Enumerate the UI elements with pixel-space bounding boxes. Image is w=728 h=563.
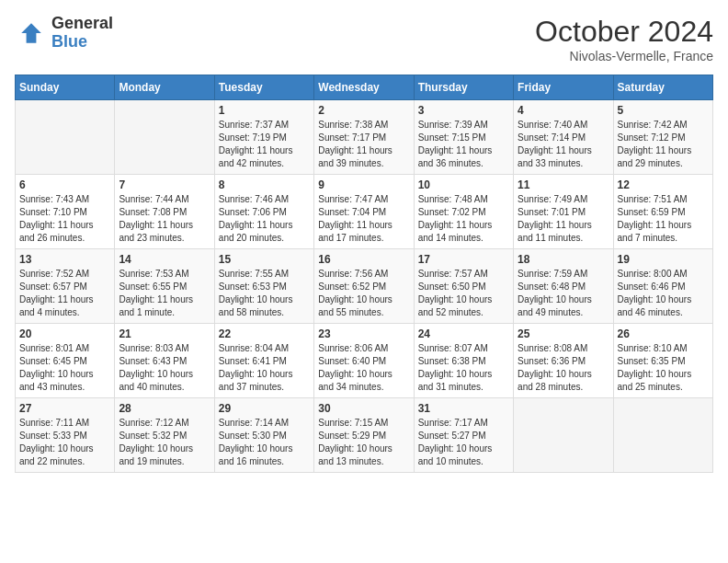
day-header-saturday: Saturday: [613, 75, 712, 100]
day-number: 27: [19, 402, 110, 415]
day-number: 25: [518, 327, 609, 340]
logo-blue-label: Blue: [51, 33, 113, 52]
day-info: Sunrise: 8:04 AM Sunset: 6:41 PM Dayligh…: [219, 342, 310, 394]
calendar-cell: 20Sunrise: 8:01 AM Sunset: 6:45 PM Dayli…: [16, 324, 115, 398]
calendar-cell: 24Sunrise: 8:07 AM Sunset: 6:38 PM Dayli…: [414, 324, 513, 398]
day-number: 20: [19, 327, 110, 340]
day-number: 23: [318, 327, 409, 340]
day-info: Sunrise: 7:17 AM Sunset: 5:27 PM Dayligh…: [418, 417, 509, 468]
day-info: Sunrise: 7:15 AM Sunset: 5:29 PM Dayligh…: [318, 417, 409, 468]
calendar-cell: [613, 398, 712, 473]
day-header-sunday: Sunday: [16, 75, 115, 100]
day-info: Sunrise: 7:57 AM Sunset: 6:50 PM Dayligh…: [418, 268, 509, 319]
calendar-cell: 12Sunrise: 7:51 AM Sunset: 6:59 PM Dayli…: [613, 175, 712, 249]
day-header-wednesday: Wednesday: [314, 75, 414, 100]
day-number: 24: [418, 327, 509, 340]
title-block: October 2024 Nivolas-Vermelle, France: [535, 15, 713, 63]
day-info: Sunrise: 7:43 AM Sunset: 7:10 PM Dayligh…: [19, 193, 110, 245]
day-info: Sunrise: 7:14 AM Sunset: 5:30 PM Dayligh…: [219, 417, 310, 468]
day-info: Sunrise: 7:44 AM Sunset: 7:08 PM Dayligh…: [119, 193, 210, 245]
day-number: 1: [219, 104, 310, 117]
logo-text: General Blue: [51, 15, 113, 52]
day-number: 9: [318, 178, 409, 191]
day-info: Sunrise: 7:37 AM Sunset: 7:19 PM Dayligh…: [219, 119, 310, 170]
day-number: 22: [219, 327, 310, 340]
calendar-cell: 16Sunrise: 7:56 AM Sunset: 6:52 PM Dayli…: [314, 249, 414, 324]
day-number: 8: [219, 178, 310, 191]
day-number: 12: [618, 178, 709, 191]
day-number: 28: [119, 402, 210, 415]
day-number: 2: [318, 104, 409, 117]
calendar-cell: 30Sunrise: 7:15 AM Sunset: 5:29 PM Dayli…: [314, 398, 414, 473]
calendar-cell: 18Sunrise: 7:59 AM Sunset: 6:48 PM Dayli…: [514, 249, 613, 324]
week-row-2: 6Sunrise: 7:43 AM Sunset: 7:10 PM Daylig…: [16, 175, 713, 249]
calendar-cell: 7Sunrise: 7:44 AM Sunset: 7:08 PM Daylig…: [115, 175, 214, 249]
calendar-cell: 31Sunrise: 7:17 AM Sunset: 5:27 PM Dayli…: [414, 398, 513, 473]
day-number: 4: [518, 104, 609, 117]
calendar-cell: 21Sunrise: 8:03 AM Sunset: 6:43 PM Dayli…: [115, 324, 214, 398]
day-number: 26: [618, 327, 709, 340]
day-number: 14: [119, 253, 210, 266]
day-info: Sunrise: 8:06 AM Sunset: 6:40 PM Dayligh…: [318, 342, 409, 394]
day-header-friday: Friday: [514, 75, 613, 100]
day-info: Sunrise: 7:46 AM Sunset: 7:06 PM Dayligh…: [219, 193, 310, 245]
calendar-cell: 13Sunrise: 7:52 AM Sunset: 6:57 PM Dayli…: [16, 249, 115, 324]
day-info: Sunrise: 7:49 AM Sunset: 7:01 PM Dayligh…: [518, 193, 609, 245]
calendar-cell: 26Sunrise: 8:10 AM Sunset: 6:35 PM Dayli…: [613, 324, 712, 398]
day-info: Sunrise: 7:47 AM Sunset: 7:04 PM Dayligh…: [318, 193, 409, 245]
calendar-table: SundayMondayTuesdayWednesdayThursdayFrid…: [15, 75, 713, 473]
calendar-cell: [115, 100, 214, 175]
calendar-cell: 1Sunrise: 7:37 AM Sunset: 7:19 PM Daylig…: [214, 100, 313, 175]
calendar-cell: 3Sunrise: 7:39 AM Sunset: 7:15 PM Daylig…: [414, 100, 513, 175]
calendar-cell: 6Sunrise: 7:43 AM Sunset: 7:10 PM Daylig…: [16, 175, 115, 249]
calendar-cell: [514, 398, 613, 473]
day-info: Sunrise: 7:40 AM Sunset: 7:14 PM Dayligh…: [518, 119, 609, 170]
day-number: 3: [418, 104, 509, 117]
calendar-cell: [16, 100, 115, 175]
day-header-monday: Monday: [115, 75, 214, 100]
calendar-cell: 2Sunrise: 7:38 AM Sunset: 7:17 PM Daylig…: [314, 100, 414, 175]
day-info: Sunrise: 7:38 AM Sunset: 7:17 PM Dayligh…: [318, 119, 409, 170]
logo: General Blue: [15, 15, 113, 52]
calendar-cell: 28Sunrise: 7:12 AM Sunset: 5:32 PM Dayli…: [115, 398, 214, 473]
week-row-3: 13Sunrise: 7:52 AM Sunset: 6:57 PM Dayli…: [16, 249, 713, 324]
calendar-cell: 27Sunrise: 7:11 AM Sunset: 5:33 PM Dayli…: [16, 398, 115, 473]
day-info: Sunrise: 7:55 AM Sunset: 6:53 PM Dayligh…: [219, 268, 310, 319]
header-row: SundayMondayTuesdayWednesdayThursdayFrid…: [16, 75, 713, 100]
calendar-cell: 4Sunrise: 7:40 AM Sunset: 7:14 PM Daylig…: [514, 100, 613, 175]
day-number: 30: [318, 402, 409, 415]
day-info: Sunrise: 7:12 AM Sunset: 5:32 PM Dayligh…: [119, 417, 210, 468]
day-number: 13: [19, 253, 110, 266]
day-info: Sunrise: 7:42 AM Sunset: 7:12 PM Dayligh…: [618, 119, 709, 170]
page-header: General Blue October 2024 Nivolas-Vermel…: [15, 15, 713, 63]
calendar-cell: 10Sunrise: 7:48 AM Sunset: 7:02 PM Dayli…: [414, 175, 513, 249]
location-subtitle: Nivolas-Vermelle, France: [535, 49, 713, 63]
calendar-cell: 19Sunrise: 8:00 AM Sunset: 6:46 PM Dayli…: [613, 249, 712, 324]
day-info: Sunrise: 8:08 AM Sunset: 6:36 PM Dayligh…: [518, 342, 609, 394]
calendar-cell: 22Sunrise: 8:04 AM Sunset: 6:41 PM Dayli…: [214, 324, 313, 398]
logo-icon: [15, 17, 48, 50]
day-info: Sunrise: 7:59 AM Sunset: 6:48 PM Dayligh…: [518, 268, 609, 319]
day-number: 10: [418, 178, 509, 191]
day-number: 15: [219, 253, 310, 266]
day-info: Sunrise: 8:00 AM Sunset: 6:46 PM Dayligh…: [618, 268, 709, 319]
calendar-cell: 29Sunrise: 7:14 AM Sunset: 5:30 PM Dayli…: [214, 398, 313, 473]
week-row-1: 1Sunrise: 7:37 AM Sunset: 7:19 PM Daylig…: [16, 100, 713, 175]
calendar-cell: 11Sunrise: 7:49 AM Sunset: 7:01 PM Dayli…: [514, 175, 613, 249]
day-info: Sunrise: 7:39 AM Sunset: 7:15 PM Dayligh…: [418, 119, 509, 170]
day-info: Sunrise: 8:10 AM Sunset: 6:35 PM Dayligh…: [618, 342, 709, 394]
day-info: Sunrise: 7:53 AM Sunset: 6:55 PM Dayligh…: [119, 268, 210, 319]
calendar-cell: 9Sunrise: 7:47 AM Sunset: 7:04 PM Daylig…: [314, 175, 414, 249]
day-number: 31: [418, 402, 509, 415]
calendar-cell: 17Sunrise: 7:57 AM Sunset: 6:50 PM Dayli…: [414, 249, 513, 324]
day-info: Sunrise: 8:07 AM Sunset: 6:38 PM Dayligh…: [418, 342, 509, 394]
logo-general-label: General: [51, 15, 113, 33]
month-title: October 2024: [535, 15, 713, 49]
calendar-cell: 5Sunrise: 7:42 AM Sunset: 7:12 PM Daylig…: [613, 100, 712, 175]
calendar-header: SundayMondayTuesdayWednesdayThursdayFrid…: [16, 75, 713, 100]
day-number: 17: [418, 253, 509, 266]
day-info: Sunrise: 7:52 AM Sunset: 6:57 PM Dayligh…: [19, 268, 110, 319]
day-number: 29: [219, 402, 310, 415]
day-number: 19: [618, 253, 709, 266]
day-number: 6: [19, 178, 110, 191]
